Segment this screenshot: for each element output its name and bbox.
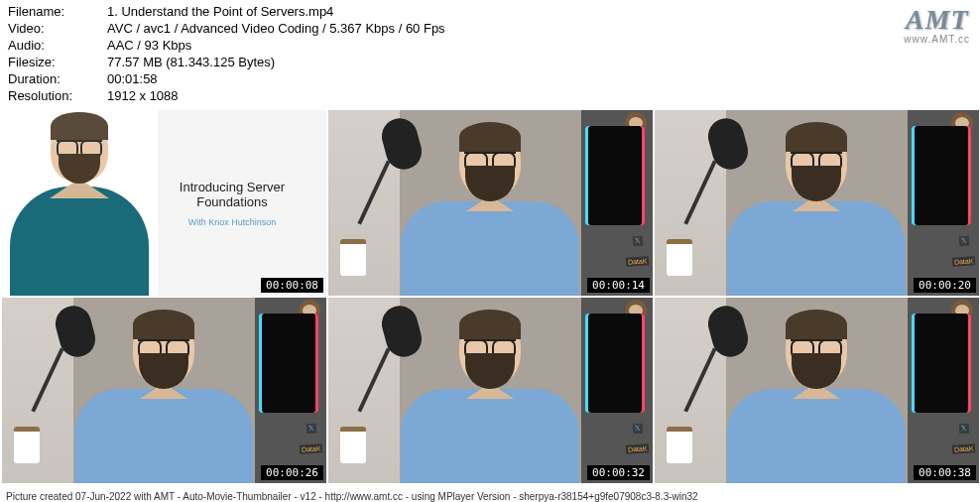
duration-row: Duration: 00:01:58 — [8, 70, 972, 87]
microphone-icon — [46, 306, 105, 395]
rgb-pc-icon — [259, 314, 318, 413]
thumbnail-grid: Introducing Server Foundations With Knox… — [0, 110, 980, 483]
timestamp: 00:00:38 — [914, 465, 976, 480]
twitter-tag: 𝕏 — [633, 236, 644, 247]
timestamp: 00:00:26 — [261, 465, 323, 480]
data-tag: DataK — [625, 443, 649, 454]
coffee-cup-icon — [667, 430, 692, 463]
microphone-icon — [372, 306, 431, 395]
rgb-pc-icon — [585, 314, 645, 413]
filesize-value: 77.57 MB (81.343.125 Bytes) — [107, 54, 972, 70]
footer-credits: Picture created 07-Jun-2022 with AMT - A… — [0, 489, 980, 502]
rgb-pc-icon — [585, 126, 645, 225]
filename-label: Filename: — [8, 3, 107, 20]
video-row: Video: AVC / avc1 / Advanced Video Codin… — [8, 20, 972, 37]
thumbnail-2: 𝕏 DataK 00:00:14 — [328, 110, 653, 296]
rgb-pc-icon — [912, 126, 971, 225]
twitter-tag: 𝕏 — [306, 424, 317, 435]
data-tag: DataK — [299, 443, 322, 454]
microphone-icon — [698, 118, 758, 207]
thumbnail-5: 𝕏 DataK 00:00:32 — [328, 298, 653, 483]
video-label: Video: — [8, 20, 107, 37]
timestamp: 00:00:20 — [914, 278, 976, 293]
intro-title: Introducing Server Foundations — [158, 180, 306, 209]
coffee-cup-icon — [340, 242, 366, 276]
duration-label: Duration: — [8, 70, 107, 87]
video-value: AVC / avc1 / Advanced Video Coding / 5.3… — [107, 20, 972, 37]
intro-subtitle: With Knox Hutchinson — [158, 217, 306, 227]
filename-value: 1. Understand the Point of Servers.mp4 — [107, 3, 972, 20]
duration-value: 00:01:58 — [107, 70, 972, 87]
thumbnail-4: 𝕏 DataK 00:00:26 — [2, 298, 326, 483]
filesize-label: Filesize: — [8, 54, 107, 70]
resolution-row: Resolution: 1912 x 1088 — [8, 87, 972, 104]
data-tag: DataK — [951, 443, 975, 454]
logo-text: AMT — [904, 4, 970, 36]
coffee-cup-icon — [340, 430, 366, 463]
timestamp: 00:00:08 — [261, 278, 323, 293]
rgb-pc-icon — [912, 314, 971, 413]
metadata-panel: Filename: 1. Understand the Point of Ser… — [0, 0, 980, 110]
timestamp: 00:00:14 — [587, 278, 650, 293]
filesize-row: Filesize: 77.57 MB (81.343.125 Bytes) — [8, 54, 972, 70]
filename-row: Filename: 1. Understand the Point of Ser… — [8, 3, 972, 20]
audio-label: Audio: — [8, 37, 107, 54]
coffee-cup-icon — [14, 430, 40, 463]
amt-logo: AMT www.AMT.cc — [904, 4, 970, 45]
logo-url: www.AMT.cc — [904, 34, 970, 45]
twitter-tag: 𝕏 — [959, 236, 970, 247]
audio-row: Audio: AAC / 93 Kbps — [8, 37, 972, 54]
thumbnail-6: 𝕏 DataK 00:00:38 — [655, 298, 979, 483]
microphone-icon — [698, 306, 758, 395]
thumbnail-1: Introducing Server Foundations With Knox… — [2, 110, 326, 296]
coffee-cup-icon — [667, 242, 692, 276]
intro-slide: Introducing Server Foundations With Knox… — [158, 180, 326, 227]
resolution-label: Resolution: — [8, 87, 107, 104]
data-tag: DataK — [951, 256, 975, 267]
thumbnail-3: 𝕏 DataK 00:00:20 — [655, 110, 979, 296]
microphone-icon — [372, 118, 431, 207]
audio-value: AAC / 93 Kbps — [107, 37, 972, 54]
twitter-tag: 𝕏 — [633, 424, 644, 435]
data-tag: DataK — [625, 256, 649, 267]
presenter-portrait — [2, 110, 158, 296]
resolution-value: 1912 x 1088 — [107, 87, 972, 104]
twitter-tag: 𝕏 — [959, 424, 970, 435]
timestamp: 00:00:32 — [587, 465, 650, 480]
